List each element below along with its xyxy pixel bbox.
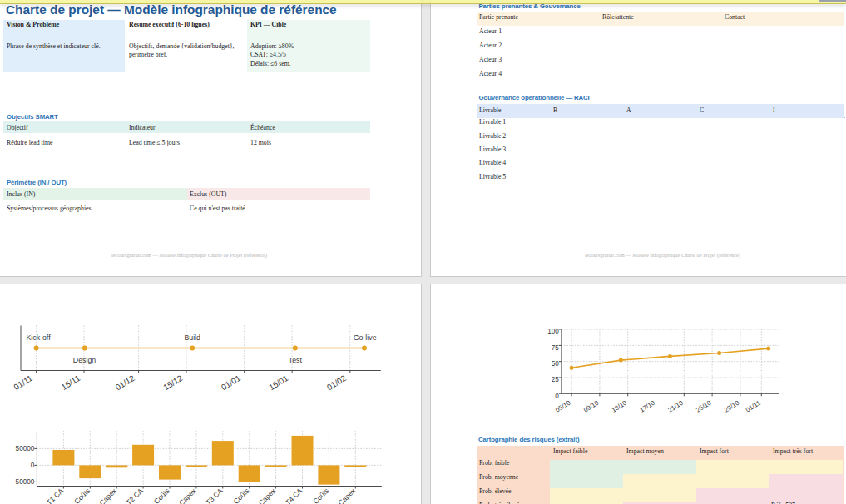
svg-text:Design: Design [73,356,96,364]
svg-text:25: 25 [552,376,560,383]
svg-text:05/10: 05/10 [554,398,572,413]
svg-text:100: 100 [547,328,559,335]
svg-text:Go-live: Go-live [354,334,377,342]
svg-text:Kick-off: Kick-off [26,334,51,342]
svg-text:Coûts: Coûts [72,487,92,504]
svg-text:01/02: 01/02 [325,373,348,393]
svg-text:Capex: Capex [177,486,198,504]
svg-text:15/11: 15/11 [60,373,82,392]
svg-text:T3 CA: T3 CA [204,487,224,504]
svg-text:15/12: 15/12 [161,373,184,393]
svg-text:29/10: 29/10 [723,398,741,413]
svg-text:17/10: 17/10 [639,398,657,413]
svg-text:Coûts: Coûts [311,487,330,504]
svg-text:50000: 50000 [16,445,35,452]
svg-text:Capex: Capex [257,486,278,504]
svg-text:21/10: 21/10 [666,398,685,413]
svg-text:01/12: 01/12 [114,373,136,393]
svg-text:09/10: 09/10 [582,398,601,413]
svg-text:01/11: 01/11 [12,373,34,392]
svg-text:Test: Test [289,356,303,364]
svg-text:Capex: Capex [336,486,357,504]
svg-text:Coûts: Coûts [152,487,171,504]
svg-text:Build: Build [184,334,200,342]
svg-text:T2 CA: T2 CA [125,487,145,504]
svg-text:Capex: Capex [97,486,118,504]
svg-text:−50000: −50000 [12,478,35,486]
svg-text:15/01: 15/01 [267,373,289,393]
svg-text:T4 CA: T4 CA [284,487,304,504]
svg-text:0: 0 [555,393,559,400]
svg-text:01/01: 01/01 [220,373,242,393]
svg-text:75: 75 [552,344,560,352]
svg-text:01/11: 01/11 [745,399,762,414]
svg-text:Coûts: Coûts [232,487,251,504]
svg-text:13/10: 13/10 [611,398,629,413]
svg-text:50: 50 [552,360,560,368]
svg-text:0: 0 [31,462,35,469]
svg-text:25/10: 25/10 [695,398,713,413]
svg-text:T1 CA: T1 CA [45,487,65,504]
